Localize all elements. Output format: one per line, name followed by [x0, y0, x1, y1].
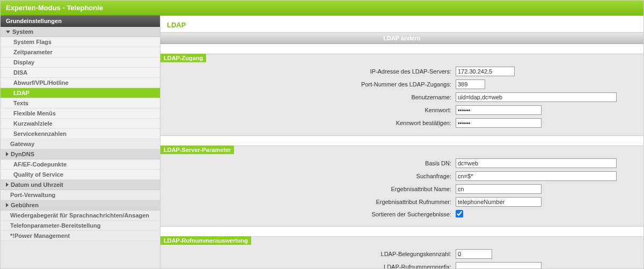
- label-query: Suchanfrage:: [166, 173, 456, 179]
- sidebar-item-ldap[interactable]: LDAP: [1, 88, 160, 98]
- sidebar-item-disa[interactable]: DISA: [1, 68, 160, 78]
- section-label: LDAP-Server-Parameter: [160, 146, 234, 154]
- window-title-bar: Experten-Modus - Telephonie: [1, 1, 643, 16]
- content-pane: LDAP LDAP ändern LDAP-Zugang IP-Adresse …: [160, 16, 643, 268]
- sidebar-group-label: DynDNS: [11, 151, 34, 157]
- label-username: Benutzername:: [166, 94, 456, 100]
- sidebar-item-af-ef-codepunkte[interactable]: AF/EF-Codepunkte: [1, 159, 160, 170]
- input-password[interactable]: [456, 105, 541, 115]
- chevron-right-icon: [6, 152, 9, 156]
- sidebar-group-label: System: [12, 28, 33, 35]
- sidebar-item-kurzwahlziele[interactable]: Kurzwahlziele: [1, 119, 160, 129]
- label-attr-number: Ergebnisattribut Rufnummer:: [166, 199, 456, 205]
- sidebar-section-header[interactable]: Grundeinstellungen: [1, 16, 160, 27]
- label-sort: Sortieren der Suchergebnisse:: [166, 211, 456, 217]
- sidebar-item--power-management[interactable]: *!Power Management: [1, 231, 160, 241]
- sidebar-group-gebuhren[interactable]: Gebühren: [1, 200, 160, 210]
- input-beleg[interactable]: [456, 249, 492, 259]
- sidebar-item-texts[interactable]: Texts: [1, 98, 160, 108]
- sidebar-item-telefonparameter-bereitstellung[interactable]: Telefonparameter-Bereitstellung: [1, 221, 160, 231]
- input-basedn[interactable]: [456, 158, 617, 168]
- section-ldap-server: LDAP-Server-Parameter Basis DN: Suchanfr…: [160, 146, 643, 227]
- sidebar-item-flexible-men-s[interactable]: Flexible Menüs: [1, 108, 160, 119]
- sidebar: Grundeinstellungen System System FlagsZe…: [1, 16, 160, 268]
- sidebar-item-quality-of-service[interactable]: Quality of Service: [1, 170, 160, 180]
- sidebar-group-datum[interactable]: Datum und Uhrzeit: [1, 180, 160, 190]
- input-attr-name[interactable]: [456, 184, 541, 194]
- sidebar-group-dyndns[interactable]: DynDNS: [1, 149, 160, 159]
- input-password-confirm[interactable]: [456, 118, 541, 128]
- section-label: LDAP-Rufnummerauswertung: [160, 236, 251, 245]
- page-title: LDAP: [160, 16, 643, 32]
- input-query[interactable]: [456, 171, 617, 181]
- sidebar-group-system[interactable]: System: [1, 27, 160, 37]
- input-prefix[interactable]: [456, 262, 541, 268]
- sidebar-group-label: Datum und Uhrzeit: [11, 181, 63, 188]
- sidebar-item-servicekennzahlen[interactable]: Servicekennzahlen: [1, 129, 160, 139]
- sidebar-item-display[interactable]: Display: [1, 57, 160, 68]
- sidebar-item-gateway[interactable]: Gateway: [1, 139, 160, 149]
- label-password-confirm: Kennwort bestätigen:: [166, 120, 456, 126]
- label-password: Kennwort:: [166, 107, 456, 113]
- input-port[interactable]: [456, 79, 485, 89]
- sidebar-item-abwurf-vpl-hotline[interactable]: Abwurf/VPL/Hotline: [1, 78, 160, 88]
- sidebar-group-label: Gebühren: [11, 202, 39, 208]
- input-username[interactable]: [456, 92, 617, 102]
- section-ldap-rufnummer: LDAP-Rufnummerauswertung LDAP-Belegungsk…: [160, 236, 643, 268]
- main-layout: Grundeinstellungen System System FlagsZe…: [1, 16, 643, 268]
- chevron-right-icon: [6, 203, 9, 207]
- input-attr-number[interactable]: [456, 197, 541, 207]
- sidebar-item-portverwaltung[interactable]: Port-Verwaltung: [1, 190, 160, 200]
- sidebar-item-system-flags[interactable]: System Flags: [1, 37, 160, 47]
- app-window: Experten-Modus - Telephonie Grundeinstel…: [0, 0, 644, 269]
- label-beleg: LDAP-Belegungskennzahl:: [166, 251, 456, 257]
- chevron-right-icon: [6, 183, 9, 187]
- chevron-down-icon: [6, 31, 10, 33]
- window-title: Experten-Modus - Telephonie: [6, 4, 103, 12]
- sidebar-item-zeitparameter[interactable]: Zeitparameter: [1, 47, 160, 57]
- page-subheader: LDAP ändern: [160, 32, 643, 44]
- label-port: Port-Nummer des LDAP-Zugangs:: [166, 81, 456, 88]
- label-attr-name: Ergebnisattribut Name:: [166, 186, 456, 192]
- section-label: LDAP-Zugang: [160, 54, 206, 62]
- label-ip: IP-Adresse des LDAP-Servers:: [166, 68, 456, 75]
- label-prefix: LDAP-Rufnummernprefix:: [166, 264, 456, 268]
- section-ldap-zugang: LDAP-Zugang IP-Adresse des LDAP-Servers:…: [160, 54, 643, 136]
- label-basedn: Basis DN:: [166, 160, 456, 166]
- checkbox-sort[interactable]: [456, 210, 463, 217]
- sidebar-item-wiedergabeger-t-f-r-sprachnachrichten-ansagen[interactable]: Wiedergabegerät für Sprachnachrichten/An…: [1, 210, 160, 221]
- input-ip[interactable]: [456, 67, 515, 76]
